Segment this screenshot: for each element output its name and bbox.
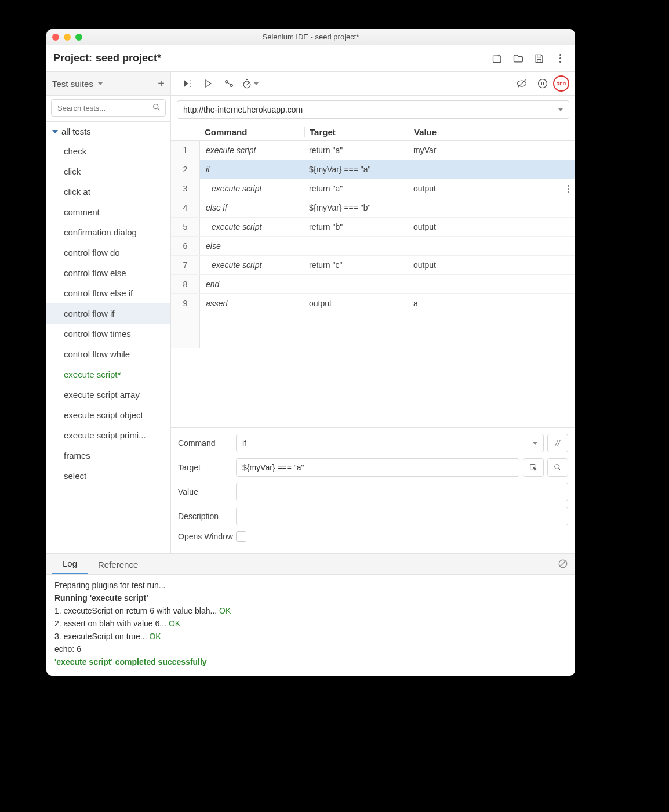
run-all-button[interactable] [177,74,198,93]
test-item[interactable]: click [46,161,170,182]
suite-node-all-tests[interactable]: all tests [46,122,170,141]
open-project-icon[interactable] [510,50,526,67]
svg-point-2 [226,81,228,83]
svg-point-8 [555,465,559,469]
main-panel: REC http://the-internet.herokuapp.com Co… [171,72,575,553]
header-value: Value [409,127,575,137]
row-value: a [409,299,575,308]
command-row[interactable]: 6else [171,237,575,256]
editor-opens-window-label: Opens Window [178,532,236,542]
svg-point-1 [154,104,158,109]
row-number: 3 [171,179,200,198]
minimize-window-button[interactable] [64,34,71,41]
save-project-icon[interactable] [531,50,547,67]
row-command: execute script [200,260,304,270]
project-label: Project: [53,52,92,64]
test-item[interactable]: click at [46,182,170,202]
speed-button[interactable] [239,74,260,93]
command-row[interactable]: 5execute scriptreturn "b"output [171,217,575,237]
row-command: else if [200,203,304,212]
command-row[interactable]: 4else if${myVar} === "b" [171,198,575,217]
command-table-header: Command Target Value [171,124,575,141]
select-target-button[interactable] [523,458,544,477]
test-item[interactable]: control flow if [46,303,170,324]
more-menu-button[interactable] [552,50,568,67]
new-project-icon[interactable] [489,50,506,67]
find-target-button[interactable] [547,458,568,477]
log-line: 'execute script' completed successfully [54,657,567,666]
project-name[interactable]: seed project* [96,52,161,64]
log-line: 3. executeScript on true... OK [54,632,567,641]
log-line: echo: 6 [54,644,567,654]
row-number: 7 [171,256,200,274]
disable-breakpoints-button[interactable] [511,74,532,93]
test-item[interactable]: control flow times [46,324,170,344]
test-item[interactable]: control flow else if [46,283,170,303]
log-line: Running 'execute script' [54,593,567,603]
row-target: return "a" [304,184,409,193]
row-target: ${myVar} === "b" [304,203,409,212]
project-bar: Project: seed project* [46,45,575,72]
row-target: ${myVar} === "a" [304,165,409,174]
command-row[interactable]: 3execute scriptreturn "a"output [171,179,575,198]
tab-log[interactable]: Log [52,554,88,574]
test-item[interactable]: control flow while [46,344,170,364]
base-url-value: http://the-internet.herokuapp.com [183,105,303,114]
test-suites-header[interactable]: Test suites + [46,72,170,96]
toggle-comment-button[interactable]: // [547,434,568,452]
search-icon [152,103,161,114]
editor-target-label: Target [178,463,236,472]
suite-label: all tests [61,126,91,136]
sidebar: Test suites + all tests checkclickc [46,72,171,553]
record-button[interactable]: REC [553,75,569,92]
svg-rect-0 [493,56,501,63]
base-url-input[interactable]: http://the-internet.herokuapp.com [177,100,569,119]
test-item[interactable]: execute script object [46,405,170,425]
test-item[interactable]: execute script array [46,385,170,405]
editor-target-input[interactable]: ${myVar} === "a" [236,458,519,477]
close-window-button[interactable] [52,34,59,41]
row-value: output [409,222,575,231]
test-item[interactable]: control flow do [46,242,170,263]
tab-reference[interactable]: Reference [88,555,148,574]
maximize-window-button[interactable] [75,34,82,41]
pause-button[interactable] [532,74,553,93]
test-item[interactable]: execute script primi... [46,425,170,445]
editor-value-input[interactable] [236,483,568,501]
search-input[interactable] [51,99,166,117]
clear-log-button[interactable] [558,559,568,571]
editor-description-label: Description [178,512,236,521]
test-item[interactable]: control flow else [46,263,170,283]
row-command: assert [200,299,304,308]
test-item[interactable]: comment [46,202,170,222]
row-number: 6 [171,237,200,255]
titlebar: Selenium IDE - seed project* [46,29,575,45]
editor-description-input[interactable] [236,507,568,525]
header-command: Command [200,127,304,137]
test-item[interactable]: confirmation dialog [46,222,170,242]
command-row[interactable]: 8end [171,275,575,294]
editor-command-label: Command [178,438,236,448]
row-target: return "a" [304,146,409,155]
run-current-button[interactable] [198,74,219,93]
row-target: output [304,299,409,308]
add-suite-button[interactable]: + [158,77,165,90]
command-row[interactable]: 7execute scriptreturn "c"output [171,256,575,275]
test-item[interactable]: execute script* [46,364,170,385]
row-target: return "b" [304,222,409,231]
svg-point-3 [230,84,232,86]
test-item[interactable]: check [46,141,170,161]
editor-command-input[interactable]: if [236,434,544,452]
test-item[interactable]: frames [46,445,170,466]
command-row[interactable]: 9assertoutputa [171,294,575,313]
opens-window-checkbox[interactable] [236,531,246,542]
editor-value-label: Value [178,487,236,496]
test-item[interactable]: select [46,466,170,486]
row-value: output [409,184,575,193]
command-row[interactable]: 1execute scriptreturn "a"myVar [171,141,575,160]
row-number: 4 [171,198,200,217]
command-row[interactable]: 2if${myVar} === "a" [171,160,575,179]
row-menu-button[interactable] [568,185,569,193]
step-over-button[interactable] [219,74,239,93]
row-number: 5 [171,217,200,236]
